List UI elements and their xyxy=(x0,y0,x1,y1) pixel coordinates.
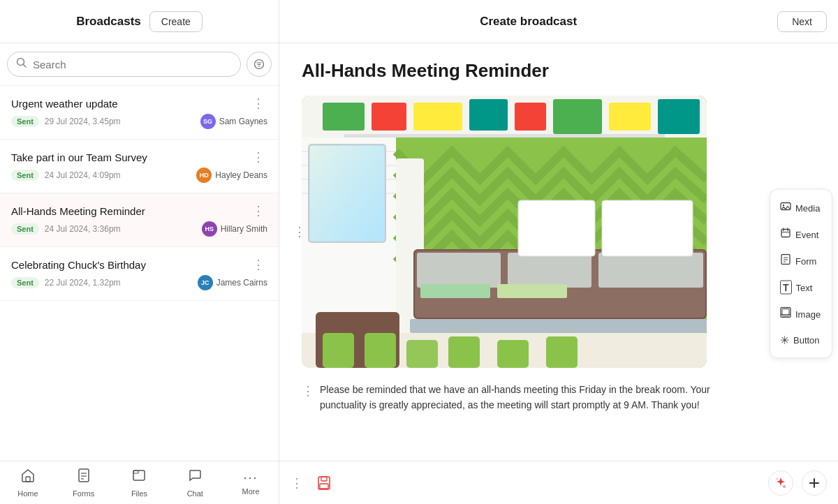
svg-line-1 xyxy=(24,65,27,68)
broadcast-name: Take part in our Team Survey xyxy=(11,151,147,163)
search-input-wrap[interactable] xyxy=(7,52,241,77)
svg-point-71 xyxy=(783,485,786,488)
broadcast-name: All-Hands Meeting Reminder xyxy=(11,205,145,217)
save-button[interactable] xyxy=(311,470,337,496)
toolbar-form[interactable]: Form xyxy=(770,249,832,274)
svg-rect-53 xyxy=(497,340,529,368)
toolbar-image[interactable]: Image xyxy=(770,302,832,327)
svg-rect-18 xyxy=(515,103,546,131)
broadcast-status-badge: Sent xyxy=(11,116,39,127)
search-bar xyxy=(0,43,279,86)
event-icon xyxy=(780,228,791,242)
svg-rect-54 xyxy=(546,336,578,368)
filter-button[interactable] xyxy=(247,52,272,77)
svg-rect-14 xyxy=(323,103,365,131)
avatar: JC xyxy=(198,275,213,290)
svg-rect-20 xyxy=(609,103,651,131)
svg-rect-35 xyxy=(310,146,384,241)
button-label: Button xyxy=(793,335,820,346)
nav-item-forms[interactable]: Forms xyxy=(56,462,112,503)
avatar: HD xyxy=(196,168,212,183)
add-button[interactable] xyxy=(802,470,827,496)
broadcast-list-item[interactable]: All-Hands Meeting Reminder ⋮ Sent 24 Jul… xyxy=(0,193,279,247)
svg-rect-11 xyxy=(133,470,145,480)
search-input[interactable] xyxy=(33,59,232,71)
broadcast-status-badge: Sent xyxy=(11,277,39,288)
right-toolbar: Media Event xyxy=(770,189,832,359)
svg-rect-50 xyxy=(365,333,396,368)
toolbar-event[interactable]: Event xyxy=(770,222,832,247)
toolbar-text[interactable]: T Text xyxy=(770,275,832,300)
broadcast-item-dots[interactable]: ⋮ xyxy=(249,257,267,272)
username: Sam Gaynes xyxy=(219,117,267,126)
broadcast-image xyxy=(302,96,707,368)
svg-rect-51 xyxy=(406,340,438,368)
svg-rect-38 xyxy=(417,253,501,288)
button-icon: ✳ xyxy=(780,334,789,347)
text-options-dots[interactable]: ⋮ xyxy=(302,382,314,399)
broadcast-list-item[interactable]: Celebrating Chuck's Birthday ⋮ Sent 22 J… xyxy=(0,247,279,301)
svg-rect-39 xyxy=(508,253,591,288)
nav-item-files[interactable]: Files xyxy=(112,462,168,503)
svg-rect-40 xyxy=(598,253,703,288)
broadcast-list-item[interactable]: Take part in our Team Survey ⋮ Sent 24 J… xyxy=(0,140,279,193)
ai-button[interactable] xyxy=(768,470,793,496)
broadcast-item-dots[interactable]: ⋮ xyxy=(249,96,267,111)
svg-rect-12 xyxy=(133,470,138,473)
bottom-options-dots[interactable]: ⋮ xyxy=(291,475,303,491)
broadcast-date: 24 Jul 2024, 4:09pm xyxy=(45,170,121,180)
broadcast-list: Urgent weather update ⋮ Sent 29 Jul 2024… xyxy=(0,86,279,461)
avatar: SG xyxy=(200,114,216,129)
svg-rect-21 xyxy=(658,99,700,134)
svg-rect-41 xyxy=(518,200,595,256)
form-label: Form xyxy=(795,255,816,266)
broadcast-name: Celebrating Chuck's Birthday xyxy=(11,259,146,271)
svg-rect-19 xyxy=(553,99,602,134)
more-icon: ··· xyxy=(244,470,258,485)
next-button[interactable]: Next xyxy=(777,11,827,32)
username: Hayley Deans xyxy=(215,170,267,180)
svg-rect-49 xyxy=(323,333,354,368)
sidebar: Urgent weather update ⋮ Sent 29 Jul 2024… xyxy=(0,43,279,504)
broadcast-user: HS Hillary Smith xyxy=(202,221,267,237)
username: Hillary Smith xyxy=(221,224,267,234)
files-icon xyxy=(131,468,147,487)
broadcast-user: SG Sam Gaynes xyxy=(200,114,267,129)
home-icon xyxy=(20,468,36,487)
text-label: Text xyxy=(796,282,813,292)
nav-label-chat: Chat xyxy=(187,489,203,498)
nav-item-more[interactable]: ··· More xyxy=(223,465,279,501)
top-header: Broadcasts Create Create broadcast Next xyxy=(0,0,838,43)
broadcast-detail-title: All-Hands Meeting Reminder xyxy=(302,60,782,82)
broadcast-date: 22 Jul 2024, 1.32pm xyxy=(45,278,121,288)
header-center-title: Create broadcast xyxy=(279,15,777,29)
broadcasts-title: Broadcasts xyxy=(76,15,141,29)
broadcast-name: Urgent weather update xyxy=(11,98,118,110)
nav-item-home[interactable]: Home xyxy=(0,462,56,503)
svg-rect-70 xyxy=(320,484,328,489)
broadcast-body-text: Please be reminded that we have an all-h… xyxy=(320,382,725,413)
broadcast-item-dots[interactable]: ⋮ xyxy=(249,149,267,165)
media-label: Media xyxy=(795,202,820,213)
right-bottom-bar: ⋮ xyxy=(279,461,838,504)
svg-rect-42 xyxy=(602,200,693,256)
broadcast-item-dots[interactable]: ⋮ xyxy=(249,203,267,218)
cafeteria-illustration xyxy=(302,96,707,368)
username: James Cairns xyxy=(216,278,267,288)
form-icon xyxy=(780,254,791,268)
broadcast-date: 24 Jul 2024, 3:36pm xyxy=(45,224,121,234)
toolbar-button[interactable]: ✳ Button xyxy=(770,328,832,353)
broadcast-user: HD Hayley Deans xyxy=(196,168,267,183)
toolbar-media[interactable]: Media xyxy=(770,195,832,221)
avatar: HS xyxy=(202,221,217,237)
nav-item-chat[interactable]: Chat xyxy=(167,462,223,503)
svg-rect-16 xyxy=(413,103,462,131)
create-button[interactable]: Create xyxy=(149,11,203,32)
svg-rect-6 xyxy=(26,477,30,482)
right-panel: All-Hands Meeting Reminder ⋮ xyxy=(279,43,838,504)
image-label: Image xyxy=(795,309,821,319)
broadcast-status-badge: Sent xyxy=(11,223,39,235)
broadcast-image-wrap: ⋮ xyxy=(302,96,782,368)
svg-rect-17 xyxy=(469,99,508,131)
broadcast-list-item[interactable]: Urgent weather update ⋮ Sent 29 Jul 2024… xyxy=(0,86,279,140)
